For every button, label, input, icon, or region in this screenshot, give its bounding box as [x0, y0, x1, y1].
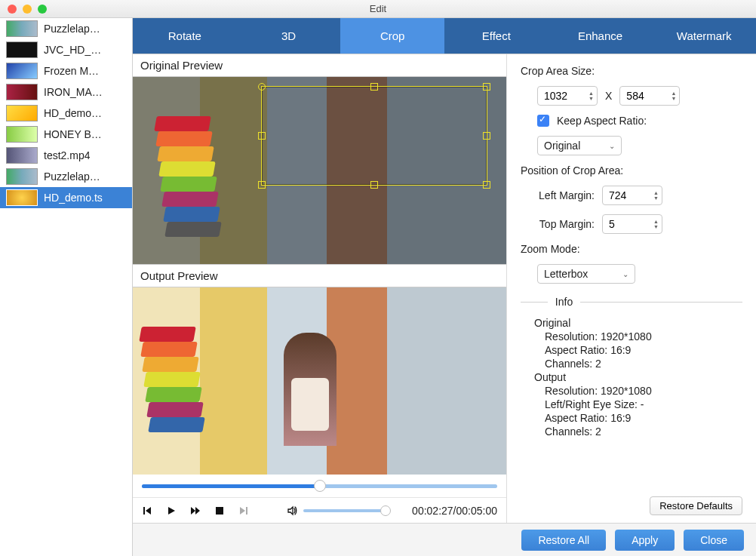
- crop-handle-br[interactable]: [483, 181, 490, 189]
- tab-effect[interactable]: Effect: [444, 18, 549, 54]
- progress-slider[interactable]: [142, 484, 497, 488]
- original-preview[interactable]: [133, 77, 506, 264]
- tab-crop[interactable]: Crop: [340, 18, 444, 54]
- info-output-resolution: Resolution: 1920*1080: [534, 385, 742, 397]
- apply-button[interactable]: Apply: [615, 530, 675, 551]
- file-item[interactable]: HONEY B…: [0, 124, 132, 145]
- progress-knob[interactable]: [314, 480, 326, 492]
- skip-start-icon[interactable]: [142, 505, 152, 516]
- info-original-resolution: Resolution: 1920*1080: [534, 330, 742, 343]
- output-preview-label: Output Preview: [133, 264, 506, 287]
- time-display: 00:02:27/00:05:00: [412, 505, 497, 517]
- zoom-mode-label: Zoom Mode:: [521, 243, 742, 255]
- crop-handle-tc[interactable]: [370, 83, 378, 91]
- tab-rotate[interactable]: Rotate: [133, 18, 237, 54]
- file-item[interactable]: Puzzlelap…: [0, 18, 132, 39]
- thumbnail: [6, 168, 38, 185]
- keep-aspect-label: Keep Aspect Ratio:: [557, 115, 647, 127]
- thumbnail: [6, 20, 38, 37]
- crop-handle-tl[interactable]: [258, 83, 266, 91]
- stepper-down-icon[interactable]: ▼: [653, 195, 659, 201]
- crop-height-stepper[interactable]: ▲▼: [619, 86, 680, 106]
- crop-height-input[interactable]: [626, 90, 656, 102]
- titlebar: Edit: [0, 0, 756, 18]
- chevron-down-icon: ⌄: [609, 142, 615, 150]
- info-separator: Info: [521, 296, 742, 308]
- stepper-up-icon[interactable]: ▲: [653, 219, 659, 224]
- thumbnail: [6, 189, 38, 206]
- output-preview: [133, 287, 506, 475]
- stepper-up-icon[interactable]: ▲: [671, 91, 676, 96]
- left-margin-stepper[interactable]: ▲▼: [602, 186, 662, 205]
- file-item[interactable]: JVC_HD_…: [0, 39, 132, 60]
- file-name: HD_demo.ts: [44, 192, 103, 204]
- thumbnail: [6, 126, 38, 143]
- crop-handle-lc[interactable]: [258, 132, 266, 140]
- file-name: Puzzlelap…: [44, 170, 100, 183]
- crop-size-label: Crop Area Size:: [521, 65, 742, 77]
- play-icon[interactable]: [166, 505, 177, 516]
- file-item[interactable]: Frozen M…: [0, 60, 132, 81]
- stepper-down-icon[interactable]: ▼: [653, 224, 659, 229]
- crop-handle-rc[interactable]: [483, 132, 490, 140]
- crop-rectangle[interactable]: [261, 86, 487, 186]
- info-output-title: Output: [534, 371, 742, 383]
- crop-width-input[interactable]: [544, 90, 574, 102]
- fast-forward-icon[interactable]: [190, 505, 201, 516]
- restore-all-button[interactable]: Restore All: [521, 530, 606, 551]
- file-name: test2.mp4: [44, 149, 90, 161]
- file-name: HD_demo…: [44, 107, 102, 119]
- stepper-up-icon[interactable]: ▲: [653, 190, 659, 195]
- info-original-aspect: Aspect Ratio: 16:9: [534, 344, 742, 356]
- crop-width-stepper[interactable]: ▲▼: [537, 86, 598, 106]
- zoom-mode-select[interactable]: Letterbox⌄: [537, 264, 635, 284]
- zoom-mode-value: Letterbox: [544, 268, 588, 280]
- crop-handle-tr[interactable]: [483, 83, 490, 91]
- file-item[interactable]: HD_demo…: [0, 103, 132, 124]
- skip-end-icon[interactable]: [238, 505, 249, 516]
- window-title: Edit: [0, 3, 756, 14]
- file-list: Puzzlelap… JVC_HD_… Frozen M… IRON_MA… H…: [0, 18, 133, 556]
- crop-handle-bl[interactable]: [258, 181, 266, 189]
- thumbnail: [6, 147, 38, 164]
- size-separator: X: [605, 90, 612, 102]
- file-name: Frozen M…: [44, 65, 99, 77]
- tab-watermark[interactable]: Watermark: [652, 18, 756, 54]
- info-heading: Info: [555, 296, 573, 308]
- info-output-aspect: Aspect Ratio: 16:9: [534, 412, 742, 424]
- close-button[interactable]: Close: [684, 530, 744, 551]
- file-name: IRON_MA…: [44, 86, 103, 98]
- tab-enhance[interactable]: Enhance: [549, 18, 653, 54]
- tab-3d[interactable]: 3D: [237, 18, 341, 54]
- stepper-down-icon[interactable]: ▼: [671, 96, 676, 101]
- keep-aspect-checkbox[interactable]: [537, 115, 549, 127]
- top-margin-stepper[interactable]: ▲▼: [602, 214, 662, 234]
- stepper-down-icon[interactable]: ▼: [589, 96, 594, 101]
- volume-knob[interactable]: [380, 505, 391, 516]
- original-preview-label: Original Preview: [133, 54, 506, 77]
- tab-bar: Rotate 3D Crop Effect Enhance Watermark: [133, 18, 756, 54]
- volume-slider[interactable]: [303, 509, 386, 512]
- file-item[interactable]: IRON_MA…: [0, 81, 132, 103]
- file-item[interactable]: Puzzlelap…: [0, 166, 132, 187]
- stop-icon[interactable]: [214, 505, 225, 516]
- restore-defaults-button[interactable]: Restore Defaults: [650, 496, 742, 515]
- crop-position-label: Position of Crop Area:: [521, 164, 742, 177]
- file-item[interactable]: HD_demo.ts: [0, 187, 132, 208]
- info-output-eye: Left/Right Eye Size: -: [534, 398, 742, 410]
- footer: Restore All Apply Close: [133, 523, 756, 556]
- left-margin-input[interactable]: [609, 189, 639, 201]
- thumbnail: [6, 63, 38, 79]
- info-original-channels: Channels: 2: [534, 358, 742, 370]
- thumbnail: [6, 84, 38, 100]
- thumbnail: [6, 105, 38, 121]
- top-margin-input[interactable]: [609, 218, 639, 230]
- stepper-up-icon[interactable]: ▲: [589, 91, 594, 96]
- file-item[interactable]: test2.mp4: [0, 145, 132, 166]
- file-name: Puzzlelap…: [44, 23, 100, 35]
- info-original-title: Original: [534, 317, 742, 329]
- crop-handle-bc[interactable]: [370, 181, 378, 189]
- volume-icon[interactable]: [287, 505, 297, 516]
- aspect-preset-select[interactable]: Original⌄: [537, 136, 622, 155]
- chevron-down-icon: ⌄: [622, 270, 628, 278]
